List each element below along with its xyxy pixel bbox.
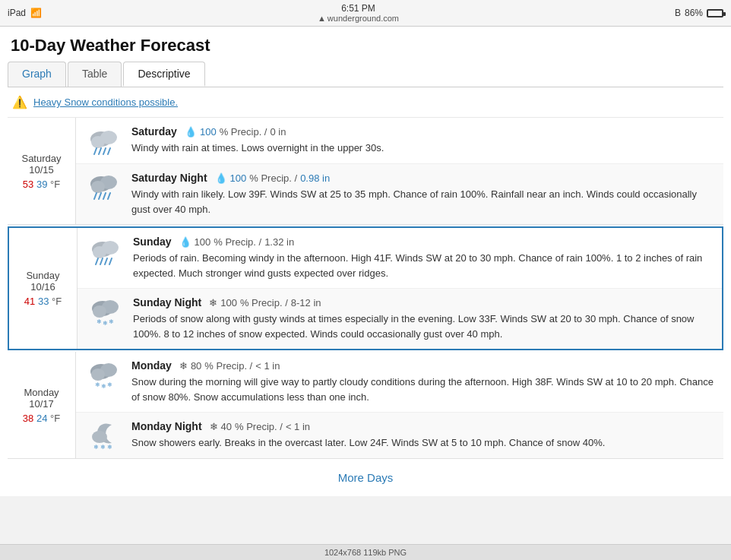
day-label-saturday: Saturday 10/15 53 39 °F [8, 118, 76, 224]
day-temps-sunday: 41 33 °F [24, 296, 62, 307]
precip-amount-sat-night[interactable]: 0.98 in [300, 172, 330, 184]
svg-line-12 [103, 193, 106, 199]
temp-high-monday: 38 [23, 413, 33, 424]
forecast-text-monday-night: Snow showers early. Breaks in the overca… [131, 435, 717, 451]
svg-line-19 [105, 258, 107, 264]
forecast-text-saturday-day: Windy with rain at times. Lows overnight… [131, 141, 717, 156]
precip-icon-mon-day: ❄ [179, 360, 188, 372]
period-name-sunday-night: Sunday Night [133, 296, 201, 308]
svg-point-9 [91, 181, 105, 193]
svg-point-33 [92, 431, 107, 443]
alert-link[interactable]: Heavy Snow conditions possible. [33, 96, 178, 108]
alert-banner: ⚠️ Heavy Snow conditions possible. [8, 87, 723, 118]
day-date-sunday: 10/16 [30, 281, 55, 293]
forecast-saturday-night: Saturday Night 💧 100 % Precip. / 0.98 in… [76, 164, 723, 224]
temp-low-sunday: 33 [38, 296, 49, 307]
svg-point-29 [91, 369, 105, 381]
forecast-monday-day: ❄ ❄ ❄ Monday ❄ 80 % Precip. / < 1 in [76, 352, 723, 413]
forecast-header-saturday-night: Saturday Night 💧 100 % Precip. / 0.98 in [131, 172, 717, 184]
forecast-content-monday-day: Monday ❄ 80 % Precip. / < 1 in Snow duri… [131, 359, 717, 404]
weather-icon-sunday-night: ❄ ❄ ❄ [84, 296, 125, 327]
svg-text:❄: ❄ [109, 318, 114, 325]
day-name-sunday: Sunday [26, 270, 59, 281]
forecast-monday-night: ❄ ❄ ❄ Monday Night ❄ 40 % Precip. / < 1 … [76, 413, 723, 458]
status-right: B 86% [675, 8, 723, 18]
precip-percent-mon-day: 80 [191, 360, 201, 372]
svg-text:❄: ❄ [101, 383, 106, 390]
svg-text:❄: ❄ [107, 444, 112, 451]
svg-line-10 [94, 193, 97, 199]
precip-monday-night: ❄ 40 % Precip. / < 1 in [210, 421, 311, 432]
weather-icon-sunday-day [84, 236, 125, 266]
battery-icon [707, 9, 723, 17]
more-days-section: More Days [8, 459, 723, 496]
precip-amount-sun-day: 1.32 in [264, 236, 294, 248]
forecast-header-sunday-day: Sunday 💧 100 % Precip. / 1.32 in [133, 236, 716, 248]
precip-sunday-night: ❄ 100 % Precip. / 8-12 in [209, 297, 321, 308]
precip-icon-sat-day: 💧 [185, 126, 197, 138]
forecast-text-monday-day: Snow during the morning will give way to… [131, 375, 717, 404]
svg-text:❄: ❄ [103, 320, 108, 327]
alert-icon: ⚠️ [12, 95, 27, 109]
precip-amount-sun-night: 8-12 in [291, 297, 321, 308]
period-name-monday-night: Monday Night [131, 420, 202, 432]
forecast-content-sunday-day: Sunday 💧 100 % Precip. / 1.32 in Periods… [133, 236, 716, 280]
precip-percent-sat-day[interactable]: 100 [200, 126, 217, 138]
svg-text:❄: ❄ [97, 318, 102, 325]
precip-percent-sat-night[interactable]: 100 [230, 172, 247, 184]
forecast-sunday-night: ❄ ❄ ❄ Sunday Night ❄ 100 % Precip. / 8-1… [78, 289, 722, 349]
svg-line-11 [99, 193, 101, 199]
bottom-bar: 1024x768 119kb PNG [0, 544, 731, 560]
forecast-content-saturday-day: Saturday 💧 100 % Precip. / 0 in Windy wi… [131, 125, 717, 156]
precip-icon-sun-night: ❄ [209, 297, 217, 308]
more-days-link[interactable]: More Days [338, 471, 394, 484]
temp-low-saturday: 39 [36, 179, 47, 190]
status-left: iPad 📶 [8, 8, 42, 18]
forecast-header-monday-day: Monday ❄ 80 % Precip. / < 1 in [131, 359, 717, 372]
tab-table[interactable]: Table [68, 62, 122, 87]
time-display: 6:51 PM [318, 3, 399, 14]
precip-monday-day: ❄ 80 % Precip. / < 1 in [179, 360, 280, 372]
period-name-saturday-day: Saturday [131, 125, 177, 138]
day-temps-monday: 38 24 °F [23, 413, 60, 424]
forecast-header-saturday-day: Saturday 💧 100 % Precip. / 0 in [131, 125, 717, 138]
svg-line-4 [99, 148, 101, 154]
svg-line-17 [96, 258, 98, 264]
svg-line-3 [94, 148, 97, 154]
period-name-saturday-night: Saturday Night [131, 172, 207, 184]
tabs-container: Graph Table Descriptive [8, 62, 723, 87]
main-content: 10-Day Weather Forecast Graph Table Desc… [0, 27, 731, 496]
temp-high-saturday: 53 [23, 179, 33, 190]
day-temps-saturday: 53 39 °F [23, 179, 60, 190]
ipad-label: iPad [8, 8, 26, 18]
status-bar: iPad 📶 6:51 PM ▲wunderground.com B 86% [0, 0, 731, 27]
weather-icon-saturday-night [82, 172, 124, 202]
weather-icon-monday-day: ❄ ❄ ❄ [82, 359, 124, 390]
temp-low-monday: 24 [36, 413, 47, 424]
svg-text:❄: ❄ [93, 444, 99, 451]
forecast-text-sunday-night: Periods of snow along with gusty winds a… [133, 312, 716, 341]
precip-amount-mon-night: < 1 in [286, 421, 310, 432]
forecast-content-sunday-night: Sunday Night ❄ 100 % Precip. / 8-12 in P… [133, 296, 716, 341]
tab-graph[interactable]: Graph [8, 62, 66, 87]
precip-amount-sat-day: 0 in [270, 126, 286, 138]
day-section-saturday: Saturday 10/15 53 39 °F [8, 118, 723, 225]
temp-high-sunday: 41 [24, 296, 35, 307]
svg-line-5 [103, 148, 106, 154]
period-name-sunday-day: Sunday [133, 236, 172, 248]
day-forecasts-sunday: Sunday 💧 100 % Precip. / 1.32 in Periods… [78, 228, 722, 349]
precip-sunday-day: 💧 100 % Precip. / 1.32 in [179, 236, 295, 248]
svg-line-6 [108, 148, 110, 154]
svg-line-13 [108, 193, 110, 199]
svg-point-2 [91, 136, 105, 148]
forecast-text-sunday-day: Periods of rain. Becoming windy in the a… [133, 251, 716, 280]
tab-descriptive[interactable]: Descriptive [123, 62, 204, 87]
day-name-saturday: Saturday [21, 153, 61, 164]
weather-icon-monday-night: ❄ ❄ ❄ [82, 420, 124, 451]
svg-point-23 [93, 305, 106, 318]
forecast-text-saturday-night: Windy with rain likely. Low 39F. Winds S… [131, 187, 717, 217]
day-date-monday: 10/17 [29, 398, 54, 410]
wifi-icon: 📶 [30, 8, 42, 18]
page-title: 10-Day Weather Forecast [8, 27, 723, 62]
precip-saturday-day: 💧 100 % Precip. / 0 in [185, 126, 286, 138]
